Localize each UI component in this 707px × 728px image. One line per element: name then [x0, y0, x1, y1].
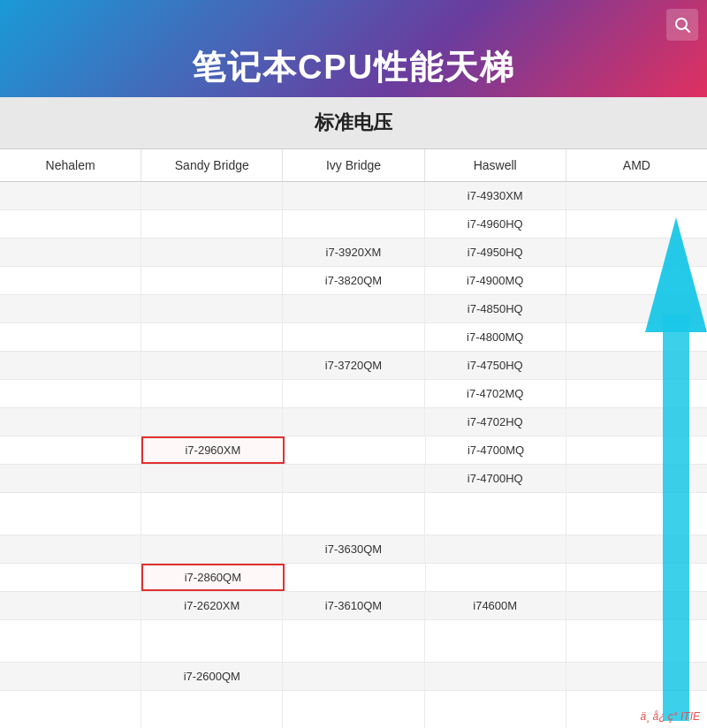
table-row: i7-4702MQ: [0, 380, 707, 408]
cell-ivy: [283, 465, 424, 492]
cell-haswell: i7-4900MQ: [425, 267, 566, 294]
cell-haswell: i7-4700HQ: [425, 465, 566, 492]
cell-ivy: [283, 380, 424, 407]
cell-sandy: i7-2600QM: [141, 663, 283, 690]
cell-nehalem: [0, 465, 141, 492]
column-header-nehalem: Nehalem: [0, 149, 141, 181]
cell-amd: [566, 210, 707, 238]
cell-ivy: [283, 295, 424, 322]
table-row: i7-4800MQ: [0, 323, 707, 352]
table-row: i7-4702HQ: [0, 408, 707, 436]
cell-haswell: [426, 564, 567, 591]
cell-nehalem: [0, 408, 141, 436]
cell-amd: [566, 592, 707, 619]
cell-amd: [566, 323, 707, 351]
table-row: i7-4850HQ: [0, 295, 707, 323]
cell-sandy: [141, 493, 283, 535]
cell-sandy: [141, 182, 283, 209]
cell-haswell: i7-4960HQ: [425, 210, 566, 238]
table-row: i7-3720QMi7-4750HQ: [0, 352, 707, 380]
table-row: [0, 620, 707, 663]
cell-ivy: [283, 210, 424, 238]
cell-sandy: [141, 295, 283, 322]
table-row: [0, 691, 707, 728]
table-row: i7-2960XMi7-4700MQ: [0, 436, 707, 465]
cell-amd: [566, 380, 707, 407]
cell-sandy: [141, 535, 283, 563]
cell-ivy: [283, 323, 424, 351]
cell-sandy: [141, 352, 283, 379]
cell-sandy: [141, 465, 283, 492]
table-row: [0, 493, 707, 535]
cell-haswell: i7-4850HQ: [425, 295, 566, 322]
cell-nehalem: [0, 239, 141, 266]
table-row: i7-3630QM: [0, 535, 707, 564]
page-wrapper: 笔记本CPU性能天梯 标准电压 NehalemSandy BridgeIvy B…: [0, 0, 707, 728]
cell-amd: [566, 295, 707, 322]
cell-haswell: i7-4750HQ: [425, 352, 566, 379]
cell-haswell: [425, 663, 566, 690]
cell-ivy: i7-3920XM: [283, 239, 424, 266]
cell-ivy: [283, 663, 424, 690]
cell-haswell: i7-4702HQ: [425, 408, 566, 436]
cell-haswell: i7-4950HQ: [425, 239, 566, 266]
page-title: 笔记本CPU性能天梯: [192, 45, 515, 90]
cell-ivy: i7-3630QM: [283, 535, 424, 563]
cell-amd: [566, 182, 707, 209]
cell-haswell: [425, 535, 566, 563]
cell-ivy: [283, 620, 424, 662]
cell-haswell: [425, 691, 566, 728]
cell-ivy: [283, 493, 424, 535]
cell-ivy: [285, 436, 426, 464]
cell-nehalem: [0, 323, 141, 351]
cell-ivy: [283, 182, 424, 209]
cell-haswell: [425, 493, 566, 535]
cell-haswell: [425, 620, 566, 662]
table-row: i7-3820QMi7-4900MQ: [0, 267, 707, 295]
cell-nehalem: [0, 352, 141, 379]
cell-haswell: i7-4702MQ: [425, 380, 566, 407]
cell-sandy: [141, 691, 283, 728]
cell-nehalem: [0, 620, 141, 662]
table-row: i7-4930XM: [0, 182, 707, 210]
table-row: i7-3920XMi7-4950HQ: [0, 239, 707, 267]
cell-nehalem: [0, 535, 141, 563]
cell-amd: [566, 564, 707, 591]
cell-amd: [566, 663, 707, 690]
cell-sandy: [141, 380, 283, 407]
column-header-haswell: Haswell: [425, 149, 566, 181]
cell-nehalem: [0, 182, 141, 209]
cell-sandy: [141, 323, 283, 351]
search-button[interactable]: [666, 9, 698, 41]
table-row: i7-2620XMi7-3610QMi74600M: [0, 592, 707, 620]
cell-sandy: i7-2960XM: [141, 436, 285, 464]
header: 笔记本CPU性能天梯: [0, 0, 707, 97]
column-headers: NehalemSandy BridgeIvy BridgeHaswellAMD: [0, 149, 707, 182]
cell-ivy: [283, 408, 424, 436]
cell-nehalem: [0, 691, 141, 728]
cell-haswell: i7-4930XM: [425, 182, 566, 209]
cell-haswell: i74600M: [425, 592, 566, 619]
table-row: i7-4700HQ: [0, 465, 707, 493]
cell-ivy: i7-3820QM: [283, 267, 424, 294]
cell-sandy: [141, 408, 283, 436]
cell-nehalem: [0, 493, 141, 535]
cell-nehalem: [0, 663, 141, 690]
sub-header: 标准电压: [0, 97, 707, 149]
table-row: i7-4960HQ: [0, 210, 707, 239]
cell-ivy: [283, 691, 424, 728]
cell-amd: [566, 535, 707, 563]
table-area: i7-4930XMi7-4960HQi7-3920XMi7-4950HQi7-3…: [0, 182, 707, 728]
cell-ivy: [285, 564, 426, 591]
cell-nehalem: [0, 436, 141, 464]
cell-ivy: i7-3610QM: [283, 592, 424, 619]
cell-sandy: [141, 239, 283, 266]
watermark: ä¸ å¿ ç° ITIE: [641, 710, 700, 723]
cell-amd: [566, 239, 707, 266]
cell-nehalem: [0, 210, 141, 238]
cell-amd: [566, 620, 707, 662]
cell-sandy: [141, 620, 283, 662]
svg-line-1: [686, 28, 690, 33]
cell-nehalem: [0, 295, 141, 322]
cell-sandy: [141, 210, 283, 238]
